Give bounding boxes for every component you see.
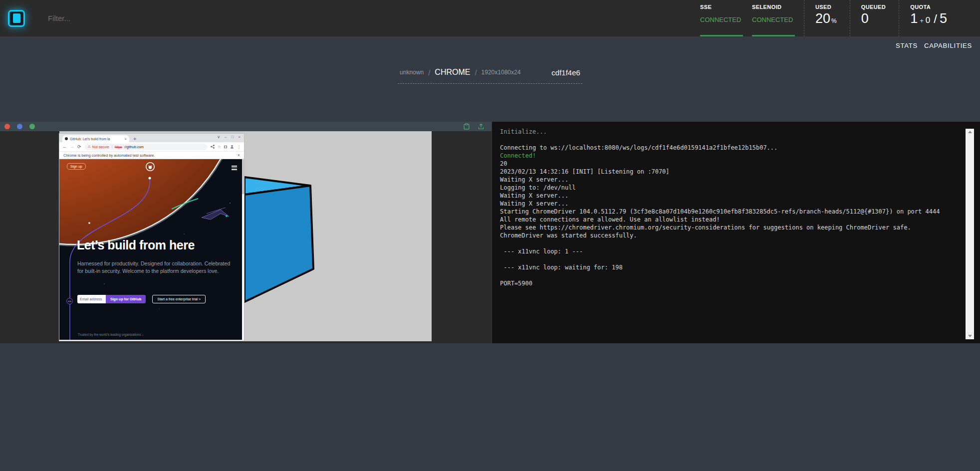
- log-line: Starting ChromeDriver 104.0.5112.79 (3cf…: [500, 208, 958, 216]
- sse-label: SSE: [700, 4, 752, 10]
- profile-avatar-icon[interactable]: [230, 145, 234, 149]
- minimize-icon[interactable]: –: [225, 135, 227, 139]
- automation-infobar-text: Chrome is being controlled by automated …: [63, 153, 155, 158]
- quota-cell: QUOTA 1 + 0 / 5: [899, 0, 960, 36]
- new-tab-icon[interactable]: +: [133, 136, 136, 142]
- forward-icon[interactable]: →: [70, 144, 74, 149]
- log-lines: Initialize... Connecting to ws://localho…: [500, 128, 958, 287]
- remote-browser-toolbar: ← → ⟳ ⚠ Not secure https ://github.com: [59, 142, 244, 152]
- vnc-screen[interactable]: GitHub: Let’s build from la × + ∨ – □ × …: [59, 131, 432, 341]
- used-cell: USED 20 %: [804, 0, 850, 36]
- scroll-down-arrow-icon[interactable]: [968, 335, 972, 337]
- url-protocol: https: [115, 145, 122, 149]
- automation-infobar: Chrome is being controlled by automated …: [59, 152, 244, 159]
- session-browser: CHROME: [435, 68, 470, 77]
- tab-stats[interactable]: STATS: [896, 42, 918, 49]
- log-line: 2023/02/13 14:32:16 [INIT] [Listening on…: [500, 168, 958, 176]
- github-logo-icon[interactable]: [145, 162, 155, 172]
- close-icon[interactable]: ×: [238, 135, 241, 139]
- log-line: PORT=5900: [500, 279, 958, 287]
- used-value: 20: [815, 11, 830, 26]
- log-scrollbar[interactable]: [966, 129, 974, 339]
- window-fullscreen-dot[interactable]: [29, 124, 35, 129]
- quota-current: 1: [910, 11, 918, 26]
- session-user: unknown: [400, 69, 424, 76]
- session-resolution: 1920x1080x24: [482, 69, 521, 76]
- enterprise-trial-button[interactable]: Start a free enterprise trial >: [152, 295, 206, 303]
- not-secure-label: Not secure: [92, 145, 109, 149]
- scroll-up-arrow-icon[interactable]: [968, 131, 972, 133]
- tab-capabilities[interactable]: CAPABILITIES: [924, 42, 972, 49]
- back-icon[interactable]: ←: [62, 144, 67, 149]
- vnc-titlebar: [0, 122, 491, 131]
- page-scrollbar[interactable]: [242, 159, 244, 340]
- sse-status-cell: SSE CONNECTED: [700, 0, 752, 36]
- session-id-link[interactable]: cdf1f4e6: [551, 68, 580, 77]
- status-bar: SSE CONNECTED SELENOID CONNECTED USED 20…: [700, 0, 980, 36]
- log-line: Waiting X server...: [500, 192, 958, 200]
- session-separator: /: [475, 68, 477, 77]
- sse-status-value: CONNECTED: [700, 16, 752, 23]
- log-line: Connecting to ws://localhost:8080/ws/log…: [500, 144, 958, 152]
- window-bottom-frame: [59, 340, 244, 341]
- used-label: USED: [815, 4, 837, 10]
- selenoid-status-value: CONNECTED: [752, 16, 804, 23]
- window-close-dot[interactable]: [4, 124, 10, 129]
- app-logo-icon[interactable]: [8, 10, 25, 27]
- remote-tab-strip: GitHub: Let’s build from la × + ∨ – □ ×: [59, 134, 244, 142]
- session-row[interactable]: unknown / CHROME / 1920x1080x24 cdf1f4e6: [398, 68, 582, 84]
- quota-total: 5: [940, 11, 947, 26]
- log-line: --- x11vnc loop: 1 ---: [500, 247, 958, 255]
- browser-menu-icon[interactable]: ⋮: [237, 145, 241, 149]
- share-upload-icon[interactable]: [478, 123, 484, 130]
- share-icon[interactable]: [211, 145, 215, 149]
- quota-label: QUOTA: [910, 4, 947, 10]
- selenoid-label: SELENOID: [752, 4, 804, 10]
- omnibox-divider: [112, 145, 112, 149]
- log-line: Connected!: [500, 152, 958, 160]
- remote-browser-tab[interactable]: GitHub: Let’s build from la ×: [62, 135, 129, 142]
- github-subtext: Harnessed for productivity. Designed for…: [77, 260, 234, 274]
- session-separator: /: [428, 68, 430, 77]
- cube-3d-graphic: [244, 175, 315, 304]
- log-line: Initialize...: [500, 128, 958, 136]
- log-line: [500, 255, 958, 263]
- remote-tab-title: GitHub: Let’s build from la: [70, 137, 122, 141]
- remote-browser-window: GitHub: Let’s build from la × + ∨ – □ × …: [59, 134, 244, 341]
- github-favicon-icon: [65, 137, 68, 140]
- address-bar[interactable]: ⚠ Not secure https ://github.com: [84, 144, 208, 150]
- url-text: ://github.com: [124, 145, 144, 149]
- selenoid-ui-app: SSE CONNECTED SELENOID CONNECTED USED 20…: [0, 0, 980, 471]
- reading-list-icon[interactable]: [224, 146, 227, 148]
- tab-close-icon[interactable]: ×: [124, 137, 127, 141]
- vnc-panel: GitHub: Let’s build from la × + ∨ – □ × …: [0, 122, 491, 343]
- reload-icon[interactable]: ⟳: [77, 144, 81, 149]
- top-bar: SSE CONNECTED SELENOID CONNECTED USED 20…: [0, 0, 980, 36]
- clipboard-icon[interactable]: [464, 123, 470, 130]
- maximize-icon[interactable]: □: [231, 135, 234, 139]
- log-line: [500, 239, 958, 247]
- quota-plus: +: [920, 17, 924, 24]
- log-line: Waiting X server...: [500, 200, 958, 208]
- page-scrollbar-thumb[interactable]: [242, 159, 244, 194]
- email-field[interactable]: Email address: [77, 295, 106, 303]
- session-log-panel: Initialize... Connecting to ws://localho…: [492, 122, 980, 343]
- filter-input[interactable]: [48, 14, 257, 22]
- quota-pending: 0: [926, 15, 930, 25]
- github-signup-form: Email address Sign up for GitHub Start a…: [77, 295, 206, 303]
- hamburger-menu-icon[interactable]: [232, 166, 237, 171]
- github-signup-button[interactable]: Sign up: [67, 163, 86, 170]
- log-line: --- x11vnc loop: waiting for: 198: [500, 263, 958, 271]
- log-line: Please see https://chromedriver.chromium…: [500, 224, 958, 232]
- log-line: Waiting X server...: [500, 176, 958, 184]
- chevron-down-icon[interactable]: ∨: [217, 135, 220, 139]
- signup-for-github-button[interactable]: Sign up for GitHub: [106, 295, 146, 303]
- queued-cell: QUEUED 0: [850, 0, 899, 36]
- github-page: Sign up Let’s build from here Harnessed …: [59, 159, 244, 340]
- remote-window-controls: ∨ – □ ×: [217, 135, 241, 139]
- window-minimize-dot[interactable]: [17, 124, 22, 129]
- warning-icon: ⚠: [88, 145, 91, 149]
- infobar-close-icon[interactable]: ×: [238, 153, 240, 158]
- bookmark-star-icon[interactable]: ☆: [218, 145, 221, 149]
- log-line: [500, 136, 958, 144]
